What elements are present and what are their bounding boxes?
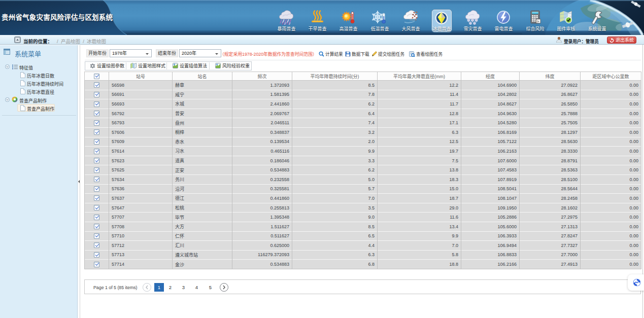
svg-text:fx: fx	[537, 19, 539, 23]
